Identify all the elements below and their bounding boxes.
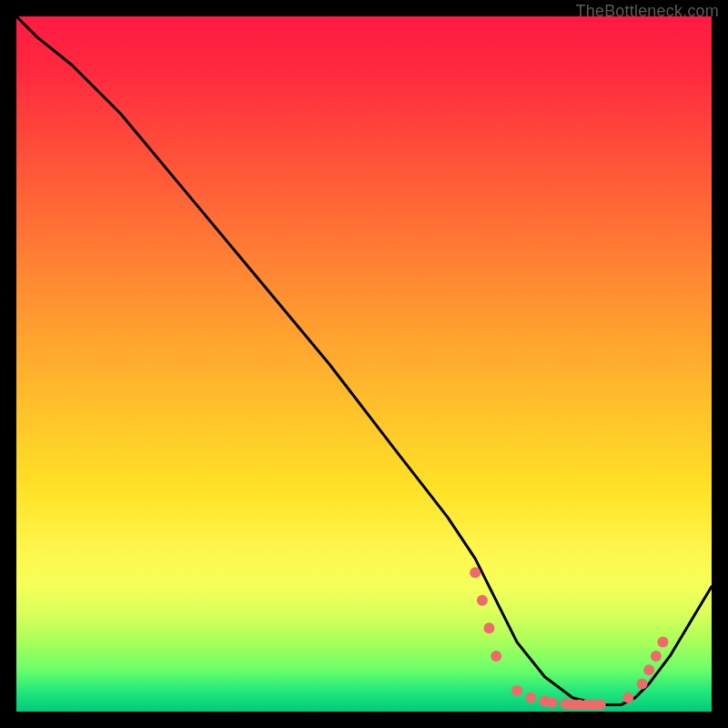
chart-marker xyxy=(546,697,557,708)
chart-marker xyxy=(637,678,648,689)
chart-curve xyxy=(16,16,712,704)
chart-marker xyxy=(477,595,488,606)
chart-marker xyxy=(622,693,633,703)
watermark-text: TheBottleneck.com xyxy=(576,2,719,21)
chart-svg xyxy=(16,16,712,712)
chart-marker xyxy=(511,685,522,696)
chart-marker xyxy=(470,567,480,578)
chart-marker xyxy=(490,651,501,662)
chart-marker xyxy=(651,651,662,662)
chart-marker xyxy=(595,699,606,710)
chart-marker xyxy=(484,622,495,633)
chart-plot-area xyxy=(16,16,712,712)
chart-frame: TheBottleneck.com xyxy=(0,0,728,728)
chart-marker xyxy=(658,637,669,648)
chart-marker xyxy=(525,693,536,703)
chart-marker xyxy=(643,664,654,675)
chart-markers xyxy=(470,567,668,710)
